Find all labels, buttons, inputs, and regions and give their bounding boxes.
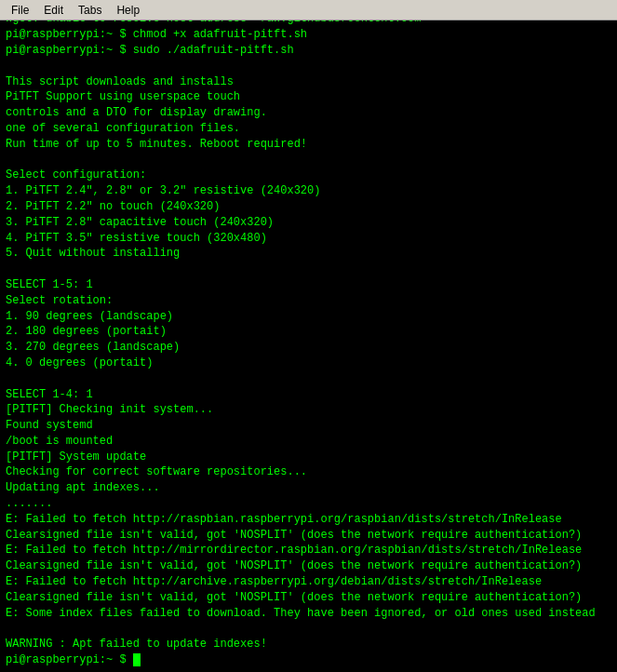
terminal-line: 2. 180 degrees (portait) <box>6 324 611 340</box>
terminal-line: WARNING : Apt failed to update indexes! <box>6 637 611 652</box>
terminal-output[interactable]: pi@raspberrypi:~ $ cd ~pi@raspberrypi:~ … <box>0 20 617 672</box>
terminal-line: E: Failed to fetch http://archive.raspbe… <box>6 574 611 606</box>
terminal-line: ....... <box>6 496 611 512</box>
menubar: File Edit Tabs Help <box>0 0 617 20</box>
terminal-line: 4. PiTFT 3.5" resistive touch (320x480) <box>6 231 611 247</box>
menu-help[interactable]: Help <box>109 2 147 19</box>
terminal-line: E: Some index files failed to download. … <box>6 606 611 622</box>
terminal-line <box>6 153 611 168</box>
terminal-line: pi@raspberrypi:~ $ <box>6 652 611 668</box>
terminal-line: 1. 90 degrees (landscape) <box>6 309 611 325</box>
terminal-line: Updating apt indexes... <box>6 480 611 496</box>
terminal-line: pi@raspberrypi:~ $ chmod +x adafruit-pit… <box>6 27 611 43</box>
terminal-line: 3. PiTFT 2.8" capacitive touch (240x320) <box>6 215 611 231</box>
menu-tabs[interactable]: Tabs <box>71 2 109 19</box>
terminal-line <box>6 621 611 637</box>
terminal-line: Run time of up to 5 minutes. Reboot requ… <box>6 137 611 153</box>
terminal-line: PiTFT Support using userspace touch <box>6 89 611 105</box>
terminal-line: Checking for correct software repositori… <box>6 464 611 480</box>
terminal-line <box>6 262 611 277</box>
terminal-cursor <box>133 653 141 666</box>
terminal-line: SELECT 1-5: 1 <box>6 277 611 293</box>
terminal-line: 1. PiTFT 2.4", 2.8" or 3.2" resistive (2… <box>6 183 611 199</box>
terminal-line: [PITFT] Checking init system... <box>6 402 611 418</box>
terminal-line: E: Failed to fetch http://raspbian.raspb… <box>6 512 611 544</box>
terminal-line: [PITFT] System update <box>6 450 611 465</box>
terminal-line <box>6 371 611 387</box>
terminal-line: 2. PiTFT 2.2" no touch (240x320) <box>6 199 611 215</box>
terminal-line: 5. Quit without installing <box>6 246 611 262</box>
terminal-line: 4. 0 degrees (portait) <box>6 356 611 371</box>
terminal-line: Found systemd <box>6 418 611 434</box>
terminal-line: 3. 270 degrees (landscape) <box>6 340 611 356</box>
terminal-line: controls and a DTO for display drawing. <box>6 105 611 121</box>
terminal-line: E: Failed to fetch http://mirrordirector… <box>6 543 611 574</box>
terminal-line: wget: unable to resolve host address 'ra… <box>6 20 611 27</box>
terminal-line: This script downloads and installs <box>6 74 611 90</box>
terminal-line <box>6 59 611 74</box>
terminal-line: one of several configuration files. <box>6 121 611 137</box>
terminal-line: Select configuration: <box>6 168 611 183</box>
menu-file[interactable]: File <box>4 2 36 19</box>
menu-edit[interactable]: Edit <box>36 2 71 19</box>
terminal-line: /boot is mounted <box>6 434 611 450</box>
terminal-line: SELECT 1-4: 1 <box>6 387 611 403</box>
terminal-line: Select rotation: <box>6 293 611 309</box>
terminal-line: pi@raspberrypi:~ $ sudo ./adafruit-pitft… <box>6 43 611 59</box>
